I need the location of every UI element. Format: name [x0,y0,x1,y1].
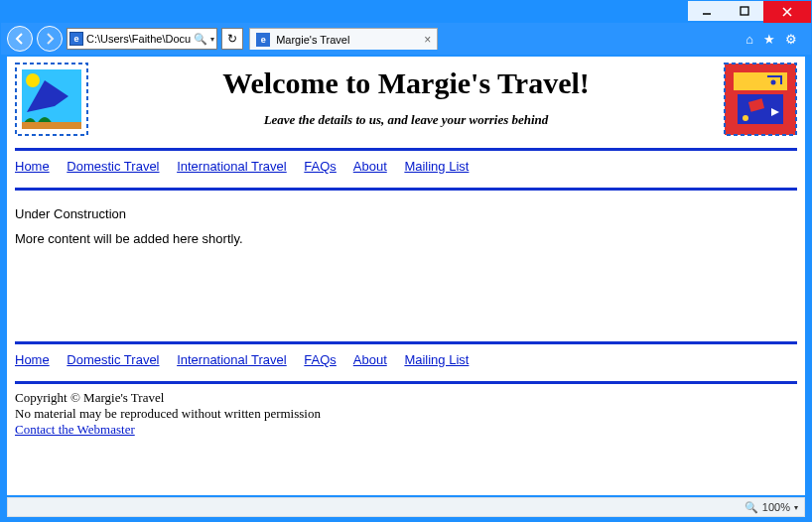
footer-no-material: No material may be reproduced without wr… [15,406,797,422]
divider [15,381,797,384]
nav-about[interactable]: About [353,352,387,367]
home-icon[interactable]: ⌂ [745,32,753,47]
nav-faqs[interactable]: FAQs [304,352,337,367]
under-construction: Under Construction [15,206,797,221]
favorites-icon[interactable]: ★ [763,32,775,47]
back-button[interactable] [7,26,33,52]
ie-favicon-icon: e [69,32,83,46]
spacer [15,250,797,329]
tab-favicon-icon: e [256,33,270,47]
address-dropdown-icon[interactable]: ▾ [210,35,214,44]
command-bar: ⌂ ★ ⚙ [745,32,805,47]
refresh-button[interactable]: ↻ [221,28,243,50]
header-row: Welcome to Margie's Travel! Leave the de… [15,63,797,136]
browser-window: e C:\Users\Faithe\Docu 🔍 ▾ ↻ e Margie's … [0,0,812,522]
svg-rect-7 [22,122,81,129]
tab-close-icon[interactable]: × [424,33,431,47]
tab-strip: e Margie's Travel × [249,28,438,50]
status-bar: 🔍 100% ▾ [7,497,805,517]
nav-domestic[interactable]: Domestic Travel [67,352,159,367]
minimize-button[interactable] [688,1,726,21]
footer: Copyright © Margie's Travel No material … [15,390,797,438]
divider [15,188,797,191]
titlebar [1,1,811,23]
header-center: Welcome to Margie's Travel! Leave the de… [88,63,724,128]
close-button[interactable] [763,1,811,23]
tagline: Leave the details to us, and leave your … [88,112,724,128]
more-content: More content will be added here shortly. [15,231,797,246]
zoom-icon[interactable]: 🔍 [744,501,758,514]
nav-international[interactable]: International Travel [177,352,287,367]
tools-icon[interactable]: ⚙ [785,32,797,47]
nav-international[interactable]: International Travel [177,159,287,174]
search-icon[interactable]: 🔍 [194,33,207,46]
footer-copyright: Copyright © Margie's Travel [15,390,797,406]
divider [15,341,797,344]
stamp-airplane-image [15,63,88,136]
svg-point-10 [771,80,776,85]
zoom-level: 100% [762,501,790,513]
nav-mailing[interactable]: Mailing List [404,352,469,367]
divider [15,148,797,151]
svg-line-2 [783,8,791,16]
tab-active[interactable]: e Margie's Travel × [249,28,438,50]
forward-button[interactable] [37,26,63,52]
nav-faqs[interactable]: FAQs [304,159,337,174]
svg-rect-9 [734,72,787,90]
nav-home[interactable]: Home [15,159,50,174]
tab-title: Margie's Travel [276,34,349,46]
zoom-dropdown-icon[interactable]: ▾ [794,503,798,512]
stamp-suitcase-image [724,63,797,136]
nav-toolbar: e C:\Users\Faithe\Docu 🔍 ▾ ↻ e Margie's … [1,23,811,55]
page-body: Welcome to Margie's Travel! Leave the de… [7,57,805,442]
svg-point-14 [743,115,748,121]
page-title: Welcome to Margie's Travel! [88,66,724,100]
svg-point-6 [26,73,40,87]
footer-contact-link[interactable]: Contact the Webmaster [15,422,135,437]
nav-mailing[interactable]: Mailing List [404,159,469,174]
address-text: C:\Users\Faithe\Docu [86,33,191,45]
svg-line-3 [783,8,791,16]
viewport[interactable]: Welcome to Margie's Travel! Leave the de… [7,57,805,495]
nav-home[interactable]: Home [15,352,50,367]
bottom-nav: Home Domestic Travel International Trave… [15,350,797,369]
nav-about[interactable]: About [353,159,387,174]
nav-domestic[interactable]: Domestic Travel [67,159,159,174]
maximize-button[interactable] [726,1,763,21]
top-nav: Home Domestic Travel International Trave… [15,157,797,176]
svg-rect-1 [741,7,748,15]
address-bar[interactable]: e C:\Users\Faithe\Docu 🔍 ▾ [67,28,217,50]
